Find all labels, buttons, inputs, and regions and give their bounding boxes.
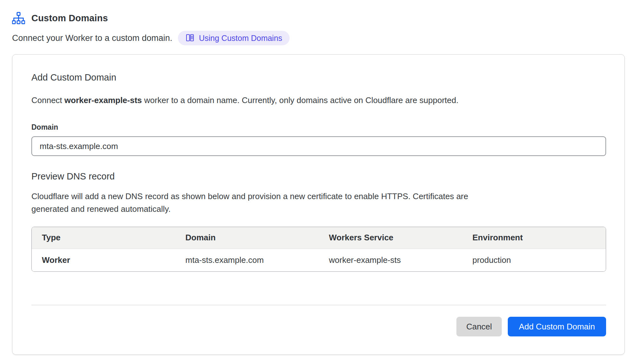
page-title: Custom Domains (31, 13, 108, 23)
page-header: Custom Domains (12, 11, 625, 25)
domain-input[interactable] (31, 136, 606, 156)
cancel-button[interactable]: Cancel (456, 317, 502, 336)
preview-dns-description: Cloudflare will add a new DNS record as … (31, 190, 501, 215)
cell-environment: production (462, 249, 606, 271)
docs-link-label: Using Custom Domains (199, 34, 282, 43)
docs-link-using-custom-domains[interactable]: Using Custom Domains (178, 31, 290, 45)
description-suffix: worker to a domain name. Currently, only… (142, 95, 458, 105)
preview-dns-heading: Preview DNS record (31, 171, 605, 182)
open-book-icon (185, 33, 195, 43)
custom-domains-page: Custom Domains Connect your Worker to a … (0, 0, 634, 355)
page-subtitle: Connect your Worker to a custom domain. (12, 33, 172, 43)
description-prefix: Connect (31, 95, 64, 105)
page-subheader: Connect your Worker to a custom domain. … (12, 30, 625, 46)
card-footer: Cancel Add Custom Domain (31, 317, 606, 336)
cell-workers-service: worker-example-sts (319, 249, 462, 271)
column-header-type: Type (32, 227, 175, 249)
dns-preview-table: Type Domain Workers Service Environment … (31, 227, 606, 272)
cell-domain: mta-sts.example.com (175, 249, 319, 271)
domain-field-label: Domain (31, 123, 605, 132)
table-header-row: Type Domain Workers Service Environment (32, 227, 606, 249)
add-custom-domain-card: Add Custom Domain Connect worker-example… (12, 54, 625, 355)
table-row: Worker mta-sts.example.com worker-exampl… (32, 249, 606, 271)
column-header-environment: Environment (462, 227, 606, 249)
footer-divider (31, 305, 606, 305)
sitemap-icon (12, 12, 25, 24)
worker-name: worker-example-sts (64, 95, 142, 105)
column-header-domain: Domain (175, 227, 319, 249)
card-heading: Add Custom Domain (31, 72, 605, 83)
cell-type: Worker (32, 249, 175, 271)
add-custom-domain-button[interactable]: Add Custom Domain (508, 317, 606, 336)
column-header-workers-service: Workers Service (319, 227, 462, 249)
card-description: Connect worker-example-sts worker to a d… (31, 95, 605, 105)
